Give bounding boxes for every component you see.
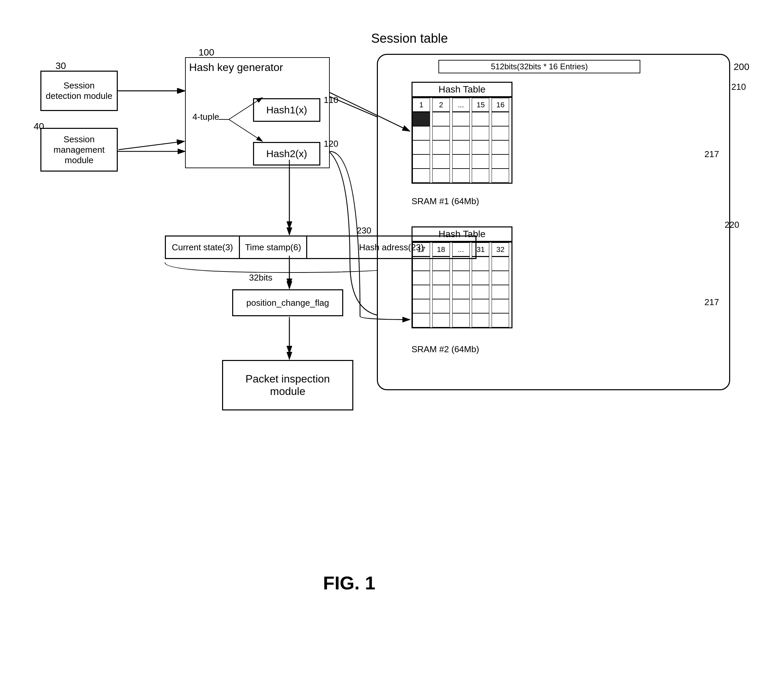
ht1-r4c5	[492, 155, 509, 169]
label-217b: 217	[705, 297, 719, 308]
ht1-r1c1	[413, 112, 430, 126]
ht1-r2c3	[452, 126, 470, 140]
ht1-r4c2	[432, 155, 450, 169]
session-management-box: Session management module	[40, 128, 118, 171]
fig-label: FIG. 1	[323, 572, 376, 594]
label-110: 110	[324, 95, 338, 105]
sram1-label: SRAM #1 (64Mb)	[412, 196, 479, 207]
diagram-container: 30 Session detection module 40 Session m…	[20, 27, 761, 565]
ht1-r1c2	[432, 112, 450, 126]
ht1-r3c2	[432, 140, 450, 155]
ht2-r5c3	[452, 313, 470, 327]
label-200: 200	[733, 62, 749, 72]
ht2-r5c5	[492, 313, 509, 327]
ht2-r1c5	[492, 257, 509, 271]
hash2-box: Hash2(x)	[253, 142, 320, 166]
ht2-r3c2	[432, 285, 450, 299]
session-table-outer: Session table 200 512bits(32bits * 16 En…	[377, 54, 730, 390]
ht1-r3c5	[492, 140, 509, 155]
label-120: 120	[324, 138, 338, 149]
ht2-r3c5	[492, 285, 509, 299]
hash-address-cell: Hash adress(23)	[307, 237, 476, 258]
position-change-flag-box: position_change_flag	[232, 289, 343, 316]
ht1-r2c1	[413, 126, 430, 140]
label-230: 230	[357, 225, 371, 236]
ht2-r3c3	[452, 285, 470, 299]
ht1-h1: 1	[413, 98, 430, 112]
ht2-r4c1	[413, 299, 430, 313]
label-217a: 217	[705, 149, 719, 160]
hash1-box: Hash1(x)	[253, 98, 320, 122]
ht1-r4c3	[452, 155, 470, 169]
ht2-r5c4	[472, 313, 489, 327]
four-tuple-label: 4-tuple	[193, 112, 219, 122]
register-bar: Current state(3) Time stamp(6) Hash adre…	[165, 235, 476, 259]
time-stamp-cell: Time stamp(6)	[240, 237, 307, 258]
ht2-r4c3	[452, 299, 470, 313]
current-state-cell: Current state(3)	[166, 237, 240, 258]
ht1-r1c4	[472, 112, 489, 126]
ht1-r4c4	[472, 155, 489, 169]
ht2-r4c2	[432, 299, 450, 313]
ht2-r2c5	[492, 271, 509, 285]
ht2-r2c4	[472, 271, 489, 285]
ht2-r2c3	[452, 271, 470, 285]
ht1-r1c5	[492, 112, 509, 126]
ht1-h5: 16	[492, 98, 509, 112]
ht2-r3c1	[413, 285, 430, 299]
ht1-r1c3	[452, 112, 470, 126]
svg-line-18	[119, 141, 184, 150]
sram2-label: SRAM #2 (64Mb)	[412, 344, 479, 355]
ht1-r2c4	[472, 126, 489, 140]
session-detection-box: Session detection module	[40, 71, 118, 111]
ht1-r5c4	[472, 169, 489, 183]
ht1-r4c1	[413, 155, 430, 169]
bits-32-label: 32bits	[249, 273, 272, 283]
hash-table-1-title: Hash Table	[413, 83, 511, 97]
ht1-r5c5	[492, 169, 509, 183]
ht1-r3c3	[452, 140, 470, 155]
ht2-r2c1	[413, 271, 430, 285]
ht2-h5: 32	[492, 243, 509, 257]
ht1-r3c4	[472, 140, 489, 155]
ht1-h2: 2	[432, 98, 450, 112]
ht1-r5c2	[432, 169, 450, 183]
hash-key-generator-box: Hash key generator 4-tuple Hash1(x) Hash…	[185, 57, 330, 168]
packet-inspection-box: Packet inspection module	[222, 360, 353, 410]
ht1-r2c2	[432, 126, 450, 140]
ht2-r2c2	[432, 271, 450, 285]
bits-label: 512bits(32bits * 16 Entries)	[438, 60, 640, 73]
ht1-r5c3	[452, 169, 470, 183]
ht1-h3: ...	[452, 98, 470, 112]
ht2-r5c1	[413, 313, 430, 327]
label-100: 100	[199, 47, 214, 58]
ht2-r5c2	[432, 313, 450, 327]
label-30: 30	[56, 61, 66, 71]
ht1-h4: 15	[472, 98, 489, 112]
ht1-r3c1	[413, 140, 430, 155]
ht1-r5c1	[413, 169, 430, 183]
label-220: 220	[725, 220, 739, 230]
ht2-r4c4	[472, 299, 489, 313]
ht2-r4c5	[492, 299, 509, 313]
label-210: 210	[731, 82, 746, 92]
ht1-r2c5	[492, 126, 509, 140]
ht2-r3c4	[472, 285, 489, 299]
hash-table-1: Hash Table 1 2 ... 15 16	[412, 82, 512, 184]
session-table-title: Session table	[371, 31, 448, 46]
hash-key-generator-title: Hash key generator	[189, 61, 283, 74]
